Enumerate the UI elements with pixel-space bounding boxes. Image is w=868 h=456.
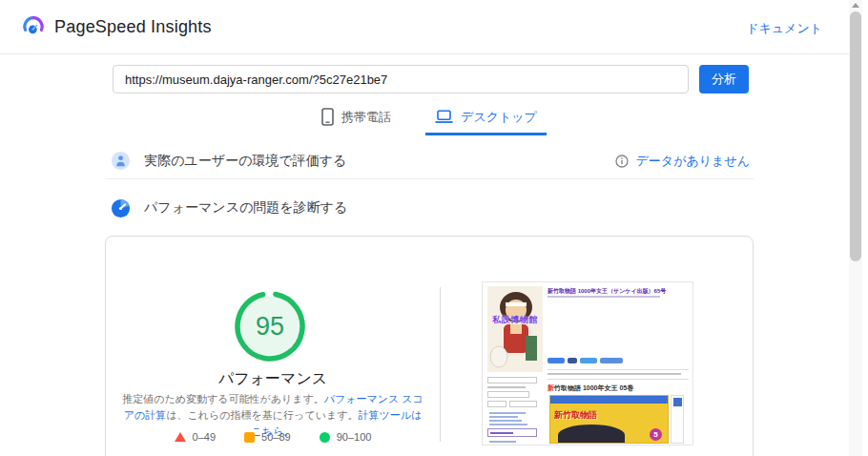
info-icon[interactable] bbox=[615, 155, 629, 168]
tab-mobile[interactable]: 携帯電話 bbox=[312, 105, 401, 135]
thumb-cover-spine bbox=[671, 395, 684, 444]
legend-item-average: 50–89 bbox=[244, 431, 291, 443]
user-environment-icon bbox=[111, 151, 131, 171]
thumb-post-title: 新竹取物語 1000年女王（サンケイ出版）65号 bbox=[548, 288, 691, 295]
thumb-text-bar bbox=[487, 386, 526, 388]
diagnose-section: パフォーマンスの問題を診断する bbox=[105, 191, 754, 225]
field-section-title: 実際のユーザーの環境で評価する bbox=[144, 153, 346, 170]
analyze-button[interactable]: 分析 bbox=[699, 65, 749, 93]
thumb-cover-band bbox=[550, 396, 669, 404]
tab-desktop[interactable]: デスクトップ bbox=[425, 105, 547, 135]
thumb-cover-art bbox=[558, 425, 625, 444]
vertical-divider bbox=[440, 287, 441, 442]
documentation-link[interactable]: ドキュメント bbox=[746, 20, 822, 37]
page-screenshot-thumbnail: 私設博物館 新竹取物語 1000年女王（サンケイ出版）65号 bbox=[482, 281, 693, 446]
thumb-site-logo-text: 私設博物館 bbox=[486, 314, 545, 326]
pass-circle-icon bbox=[320, 432, 330, 443]
scrollbar-thumb[interactable] bbox=[850, 11, 861, 261]
thumb-article-heading: 新竹取物語 1000年女王 05巻 bbox=[548, 383, 691, 393]
note-text-1: 推定値のため変動する可能性があります。 bbox=[122, 393, 324, 404]
fail-triangle-icon bbox=[175, 432, 186, 442]
thumb-divider bbox=[548, 379, 689, 380]
app-title: PageSpeed Insights bbox=[54, 17, 212, 37]
legend-average-range: 50–89 bbox=[261, 431, 291, 443]
diagnose-gauge-icon bbox=[111, 198, 131, 218]
score-gauge: 95 bbox=[233, 289, 307, 363]
thumb-button bbox=[487, 401, 506, 407]
thumb-heading-text: 竹取物語 1000年女王 05巻 bbox=[554, 384, 633, 391]
thumb-tags-bar bbox=[548, 373, 681, 375]
thumb-share-button bbox=[580, 358, 597, 363]
legend-fail-range: 0–49 bbox=[193, 431, 216, 443]
thumb-link-bar bbox=[489, 424, 527, 425]
thumb-link-bar bbox=[489, 420, 522, 422]
score-legend: 0–49 50–89 90–100 bbox=[106, 431, 440, 443]
pagespeed-logo-icon bbox=[21, 14, 46, 39]
laptop-icon bbox=[435, 110, 453, 124]
note-text-2: は、これらの指標を基に行っています。 bbox=[166, 409, 358, 421]
app-header: PageSpeed Insights ドキュメント bbox=[0, 0, 849, 54]
thumb-share-button bbox=[600, 358, 623, 363]
thumb-header-image bbox=[487, 286, 543, 372]
no-data-link[interactable]: データがありません bbox=[636, 153, 750, 170]
thumb-link-bar bbox=[489, 441, 516, 443]
tab-mobile-label: 携帯電話 bbox=[341, 109, 391, 126]
thumb-divider bbox=[548, 369, 689, 370]
device-tabs: 携帯電話 デスクトップ bbox=[105, 105, 754, 135]
thumb-link-bar bbox=[489, 412, 526, 414]
url-input[interactable] bbox=[113, 65, 689, 93]
thumb-button bbox=[509, 401, 537, 407]
thumb-search-box bbox=[487, 391, 529, 398]
performance-label: パフォーマンス bbox=[106, 369, 440, 389]
thumb-link-bar bbox=[489, 445, 522, 446]
score-value: 95 bbox=[233, 289, 307, 363]
thumb-share-button bbox=[548, 358, 565, 363]
legend-item-pass: 90–100 bbox=[320, 431, 372, 443]
thumb-cover-number: 5 bbox=[650, 428, 662, 441]
performance-card: 95 パフォーマンス 推定値のため変動する可能性があります。パフォーマンス スコ… bbox=[105, 236, 754, 456]
legend-pass-range: 90–100 bbox=[337, 431, 372, 443]
lab-section-title: パフォーマンスの問題を診断する bbox=[144, 199, 347, 217]
thumb-sidebar-box-bar bbox=[490, 432, 513, 434]
thumb-link-bar bbox=[489, 416, 518, 418]
pagespeed-insights-app: PageSpeed Insights ドキュメント 分析 携帯電話 デスクトップ bbox=[0, 0, 868, 456]
scrollbar[interactable] bbox=[849, 0, 862, 456]
thumb-dropdown bbox=[487, 377, 537, 383]
thumb-subtitle-bar bbox=[548, 296, 660, 298]
scrollbar-up-arrow-icon[interactable] bbox=[852, 3, 859, 8]
thumb-cover-title: 新竹取物語 bbox=[554, 409, 667, 422]
thumb-manga-cover: 新竹取物語 5 bbox=[549, 395, 669, 444]
legend-item-fail: 0–49 bbox=[175, 431, 216, 443]
thumb-new-mark: 新 bbox=[548, 384, 554, 391]
tab-desktop-label: デスクトップ bbox=[461, 109, 537, 126]
field-data-section: 実際のユーザーの環境で評価する データがありません bbox=[105, 143, 754, 179]
average-square-icon bbox=[244, 432, 255, 443]
thumb-spine-square bbox=[673, 398, 682, 406]
phone-icon bbox=[321, 108, 334, 126]
thumb-share-button bbox=[568, 358, 577, 363]
